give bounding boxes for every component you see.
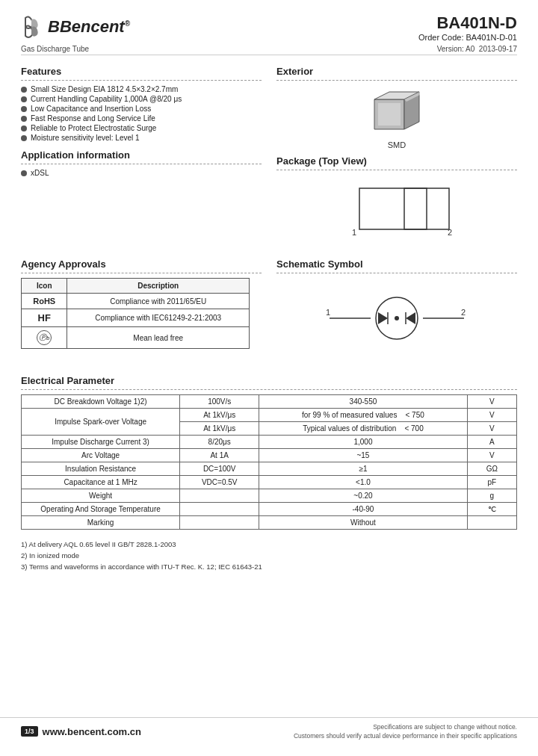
footer: 1/3 www.bencent.com.cn Specifications ar… bbox=[0, 717, 538, 746]
svg-point-16 bbox=[395, 316, 399, 320]
param-wt: Weight bbox=[22, 489, 180, 503]
smd-svg bbox=[363, 88, 430, 140]
val-isv2: Typical values of distribution < 700 bbox=[259, 422, 467, 436]
feature-4: Reliable to Protect Electrostatic Surge bbox=[31, 124, 156, 132]
cond-mark bbox=[180, 516, 259, 530]
features-list: Small Size Design EIA 1812 4.5×3.2×2.7mm… bbox=[21, 85, 262, 142]
bullet-icon bbox=[21, 126, 27, 131]
svg-rect-5 bbox=[359, 188, 427, 229]
pb-icon: Ⓟb bbox=[37, 330, 52, 345]
val-av: ~15 bbox=[259, 449, 467, 462]
table-row: Insulation Resistance DC=100V ≥1 GΩ bbox=[22, 462, 517, 476]
subtitle-bar: Gas Discharge Tube Version: A0 2013-09-1… bbox=[21, 45, 517, 55]
hf-icon: HF bbox=[38, 312, 51, 323]
agency-title: Agency Approvals bbox=[21, 258, 262, 270]
cond-isv2: At 1kV/μs bbox=[180, 422, 259, 436]
version-date: Version: A0 2013-09-17 bbox=[437, 45, 517, 53]
bullet-icon bbox=[21, 87, 27, 93]
unit-av: V bbox=[467, 449, 516, 462]
table-row: Marking Without bbox=[22, 516, 517, 530]
electrical-table: DC Breakdown Voltage 1)2) 100V/s 340-550… bbox=[21, 394, 517, 530]
rohs-desc: Compliance with 2011/65/EU bbox=[67, 294, 249, 309]
note-3: 3) Terms and waveforms in accordance wit… bbox=[21, 561, 517, 572]
cond-cap: VDC=0.5V bbox=[180, 476, 259, 489]
schematic-svg: 1 2 bbox=[322, 288, 471, 348]
electrical-section: Electrical Parameter DC Breakdown Voltag… bbox=[21, 375, 517, 530]
bullet-icon bbox=[21, 106, 27, 112]
cond-temp bbox=[180, 503, 259, 516]
notes-section: 1) At delivery AQL 0.65 level II GB/T 28… bbox=[21, 539, 517, 573]
logo-area: BBencent® bbox=[21, 13, 130, 40]
app-item-0: xDSL bbox=[31, 169, 49, 177]
exterior-title: Exterior bbox=[276, 66, 517, 77]
table-row: Impulse Spark-over Voltage At 1kV/μs for… bbox=[22, 409, 517, 422]
unit-mark bbox=[467, 516, 516, 530]
table-row: Ⓟb Mean lead free bbox=[22, 327, 250, 349]
val-idc: 1,000 bbox=[259, 436, 467, 449]
val-ir: ≥1 bbox=[259, 462, 467, 476]
cond-av: At 1A bbox=[180, 449, 259, 462]
table-row: Operating And Storage Temperature -40-90… bbox=[22, 503, 517, 516]
electrical-title: Electrical Parameter bbox=[21, 375, 517, 386]
svg-marker-3 bbox=[378, 103, 401, 126]
bullet-icon bbox=[21, 135, 27, 141]
unit-temp: ℃ bbox=[467, 503, 516, 516]
unit-isv2: V bbox=[467, 422, 516, 436]
param-idc: Impulse Discharge Current 3) bbox=[22, 436, 180, 449]
package-diagram: 1 2 bbox=[276, 178, 517, 238]
logo-text: BBencent® bbox=[48, 17, 130, 37]
unit-cap: pF bbox=[467, 476, 516, 489]
table-row: Capacitance at 1 MHz VDC=0.5V <1.0 pF bbox=[22, 476, 517, 489]
param-av: Arc Voltage bbox=[22, 449, 180, 462]
disclaimer-1: Specifications are subject to change wit… bbox=[294, 722, 517, 732]
cond-idc: 8/20μs bbox=[180, 436, 259, 449]
logo-reg: ® bbox=[125, 19, 130, 28]
feature-3: Fast Response and Long Service Life bbox=[31, 114, 155, 123]
disclaimer-2: Customers should verify actual device pe… bbox=[294, 731, 517, 741]
exterior-diagram: SMD bbox=[276, 88, 517, 149]
application-title: Application information bbox=[21, 149, 262, 161]
val-isv1: for 99 % of measured values < 750 bbox=[259, 409, 467, 422]
param-cap: Capacitance at 1 MHz bbox=[22, 476, 180, 489]
features-title: Features bbox=[21, 66, 262, 77]
footer-url: www.bencent.com.cn bbox=[43, 726, 141, 737]
bullet-icon bbox=[21, 96, 27, 102]
param-temp: Operating And Storage Temperature bbox=[22, 503, 180, 516]
header: BBencent® BA401N-D Order Code: BA401N-D-… bbox=[21, 13, 517, 42]
product-type: Gas Discharge Tube bbox=[21, 45, 89, 53]
table-row: Weight ~0.20 g bbox=[22, 489, 517, 503]
svg-text:2: 2 bbox=[461, 308, 466, 317]
footer-disclaimer: Specifications are subject to change wit… bbox=[294, 722, 517, 742]
bullet-icon bbox=[21, 170, 27, 176]
cond-isv1: At 1kV/μs bbox=[180, 409, 259, 422]
param-mark: Marking bbox=[22, 516, 180, 530]
svg-marker-12 bbox=[378, 312, 388, 324]
feature-2: Low Capacitance and Insertion Loss bbox=[31, 105, 151, 113]
param-ir: Insulation Resistance bbox=[22, 462, 180, 476]
order-code: Order Code: BA401N-D-01 bbox=[418, 33, 517, 42]
package-svg: 1 2 bbox=[337, 185, 457, 237]
approvals-col1-header: Icon bbox=[22, 279, 67, 294]
val-mark: Without bbox=[259, 516, 467, 530]
footer-page-badge: 1/3 bbox=[21, 726, 38, 737]
schematic-diagram: 1 2 bbox=[276, 281, 517, 356]
bullet-icon bbox=[21, 116, 27, 122]
unit-dcbv: V bbox=[467, 395, 516, 409]
note-2: 2) In ionized mode bbox=[21, 550, 517, 561]
unit-wt: g bbox=[467, 489, 516, 503]
table-row: HF Compliance with IEC61249-2-21:2003 bbox=[22, 309, 250, 327]
logo-icon bbox=[21, 13, 48, 40]
cond-ir: DC=100V bbox=[180, 462, 259, 476]
hf-desc: Compliance with IEC61249-2-21:2003 bbox=[67, 309, 249, 327]
feature-5: Moisture sensitivity level: Level 1 bbox=[31, 134, 140, 142]
footer-logo-area: 1/3 www.bencent.com.cn bbox=[21, 726, 141, 737]
pb-desc: Mean lead free bbox=[67, 327, 249, 349]
val-cap: <1.0 bbox=[259, 476, 467, 489]
svg-text:1: 1 bbox=[326, 308, 330, 317]
svg-marker-14 bbox=[406, 312, 415, 324]
feature-0: Small Size Design EIA 1812 4.5×3.2×2.7mm bbox=[31, 85, 178, 93]
unit-ir: GΩ bbox=[467, 462, 516, 476]
approvals-table: Icon Description RoHS Compliance with 20… bbox=[21, 278, 250, 349]
rohs-icon: RoHS bbox=[33, 297, 55, 306]
val-dcbv: 340-550 bbox=[259, 395, 467, 409]
